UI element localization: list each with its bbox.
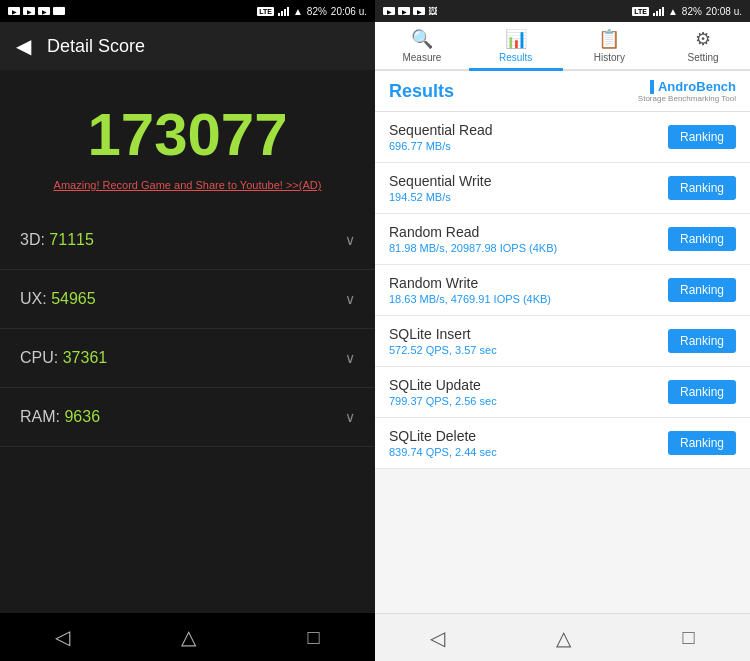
result-name-sqlite-update: SQLite Update <box>389 377 668 393</box>
results-header: Results AndroBench Storage Benchmarking … <box>375 71 750 112</box>
yt-icon-2: ▶ <box>23 7 35 15</box>
label-ux: UX: <box>20 290 47 307</box>
measure-icon: 🔍 <box>411 28 433 50</box>
status-right-right-icons: LTE ▲ 82% 20:08 u. <box>632 6 742 17</box>
result-info-sqlite-delete: SQLite Delete 839.74 QPS, 2.44 sec <box>389 428 668 458</box>
result-item-rand-read: Random Read 81.98 MB/s, 20987.98 IOPS (4… <box>375 214 750 265</box>
lte-badge-left: LTE <box>257 7 274 16</box>
result-item-sqlite-insert: SQLite Insert 572.52 QPS, 3.57 sec Ranki… <box>375 316 750 367</box>
label-cpu: CPU: <box>20 349 58 366</box>
ranking-btn-rand-read[interactable]: Ranking <box>668 227 736 251</box>
score-label-3d: 3D: 71115 <box>20 231 94 249</box>
label-3d: 3D: <box>20 231 45 248</box>
ad-text[interactable]: Amazing! Record Game and Share to Youtub… <box>0 179 375 211</box>
back-button-left[interactable]: ◀ <box>16 34 31 58</box>
result-info-seq-write: Sequential Write 194.52 MB/s <box>389 173 668 203</box>
result-name-sqlite-insert: SQLite Insert <box>389 326 668 342</box>
score-label-ram: RAM: 9636 <box>20 408 100 426</box>
logo-andro: Andro <box>658 79 696 94</box>
signal-bars-left <box>278 6 289 16</box>
nav-home-right[interactable]: △ <box>556 626 571 650</box>
tab-setting[interactable]: ⚙ Setting <box>656 22 750 69</box>
androbench-logo: AndroBench Storage Benchmarking Tool <box>638 79 736 103</box>
tab-history[interactable]: 📋 History <box>563 22 657 69</box>
chevron-ram: ∨ <box>345 409 355 425</box>
label-ram: RAM: <box>20 408 60 425</box>
logo-top: AndroBench <box>650 79 736 94</box>
nav-back-right[interactable]: ◁ <box>430 626 445 650</box>
result-info-sqlite-insert: SQLite Insert 572.52 QPS, 3.57 sec <box>389 326 668 356</box>
result-item-sqlite-update: SQLite Update 799.37 QPS, 2.56 sec Ranki… <box>375 367 750 418</box>
result-value-rand-write: 18.63 MB/s, 4769.91 IOPS (4KB) <box>389 293 668 305</box>
results-title: Results <box>389 81 454 102</box>
nav-bar-left: ◁ △ □ <box>0 613 375 661</box>
result-name-sqlite-delete: SQLite Delete <box>389 428 668 444</box>
tab-setting-label: Setting <box>688 52 719 63</box>
main-score: 173077 <box>0 70 375 179</box>
status-right-icons: LTE ▲ 82% 20:06 u. <box>257 6 367 17</box>
chevron-cpu: ∨ <box>345 350 355 366</box>
image-icon-right: 🖼 <box>428 6 437 16</box>
result-item-seq-write: Sequential Write 194.52 MB/s Ranking <box>375 163 750 214</box>
logo-text: AndroBench <box>658 79 736 94</box>
right-panel: ▶ ▶ ▶ 🖼 LTE ▲ 82% 20:08 u. 🔍 Measure 📊 R… <box>375 0 750 661</box>
lte-badge-right: LTE <box>632 7 649 16</box>
status-bar-left: ▶ ▶ ▶ 🖼 LTE ▲ 82% 20:06 u. <box>0 0 375 22</box>
logo-subtitle: Storage Benchmarking Tool <box>638 94 736 103</box>
nav-bar-right: ◁ △ □ <box>375 613 750 661</box>
yt-icon-3: ▶ <box>38 7 50 15</box>
tab-measure-label: Measure <box>402 52 441 63</box>
result-info-rand-write: Random Write 18.63 MB/s, 4769.91 IOPS (4… <box>389 275 668 305</box>
score-row-ram[interactable]: RAM: 9636 ∨ <box>0 388 375 447</box>
ranking-btn-sqlite-insert[interactable]: Ranking <box>668 329 736 353</box>
tab-measure[interactable]: 🔍 Measure <box>375 22 469 69</box>
status-bar-right: ▶ ▶ ▶ 🖼 LTE ▲ 82% 20:08 u. <box>375 0 750 22</box>
yt-icon-r3: ▶ <box>413 7 425 15</box>
ranking-btn-sqlite-delete[interactable]: Ranking <box>668 431 736 455</box>
ranking-btn-sqlite-update[interactable]: Ranking <box>668 380 736 404</box>
value-ram: 9636 <box>64 408 100 425</box>
ranking-btn-seq-write[interactable]: Ranking <box>668 176 736 200</box>
tab-results-label: Results <box>499 52 532 63</box>
history-icon: 📋 <box>598 28 620 50</box>
result-item-sqlite-delete: SQLite Delete 839.74 QPS, 2.44 sec Ranki… <box>375 418 750 469</box>
ranking-btn-rand-write[interactable]: Ranking <box>668 278 736 302</box>
status-left-icons: ▶ ▶ ▶ 🖼 <box>8 7 65 15</box>
header-title-left: Detail Score <box>47 36 145 57</box>
result-value-sqlite-delete: 839.74 QPS, 2.44 sec <box>389 446 668 458</box>
score-label-cpu: CPU: 37361 <box>20 349 107 367</box>
logo-bench: Bench <box>696 79 736 94</box>
yt-icon-r2: ▶ <box>398 7 410 15</box>
value-3d: 71115 <box>49 231 94 248</box>
time-left: 20:06 u. <box>331 6 367 17</box>
result-item-seq-read: Sequential Read 696.77 MB/s Ranking <box>375 112 750 163</box>
tab-bar: 🔍 Measure 📊 Results 📋 History ⚙ Setting <box>375 22 750 71</box>
battery-left: 82% <box>307 6 327 17</box>
tab-results[interactable]: 📊 Results <box>469 22 563 71</box>
result-value-seq-write: 194.52 MB/s <box>389 191 668 203</box>
result-value-rand-read: 81.98 MB/s, 20987.98 IOPS (4KB) <box>389 242 668 254</box>
chevron-ux: ∨ <box>345 291 355 307</box>
nav-back-left[interactable]: ◁ <box>55 625 70 649</box>
score-row-ux[interactable]: UX: 54965 ∨ <box>0 270 375 329</box>
nav-home-left[interactable]: △ <box>181 625 196 649</box>
value-cpu: 37361 <box>63 349 108 366</box>
score-label-ux: UX: 54965 <box>20 290 96 308</box>
image-icon: 🖼 <box>53 7 65 15</box>
score-row-3d[interactable]: 3D: 71115 ∨ <box>0 211 375 270</box>
nav-square-right[interactable]: □ <box>682 626 694 649</box>
results-icon: 📊 <box>505 28 527 50</box>
setting-icon: ⚙ <box>695 28 711 50</box>
yt-icon-r1: ▶ <box>383 7 395 15</box>
ranking-btn-seq-read[interactable]: Ranking <box>668 125 736 149</box>
wifi-icon-left: ▲ <box>293 6 303 17</box>
header-left: ◀ Detail Score <box>0 22 375 70</box>
time-right: 20:08 u. <box>706 6 742 17</box>
result-info-seq-read: Sequential Read 696.77 MB/s <box>389 122 668 152</box>
result-name-rand-read: Random Read <box>389 224 668 240</box>
score-row-cpu[interactable]: CPU: 37361 ∨ <box>0 329 375 388</box>
nav-square-left[interactable]: □ <box>307 626 319 649</box>
tab-history-label: History <box>594 52 625 63</box>
battery-right: 82% <box>682 6 702 17</box>
signal-bars-right <box>653 6 664 16</box>
